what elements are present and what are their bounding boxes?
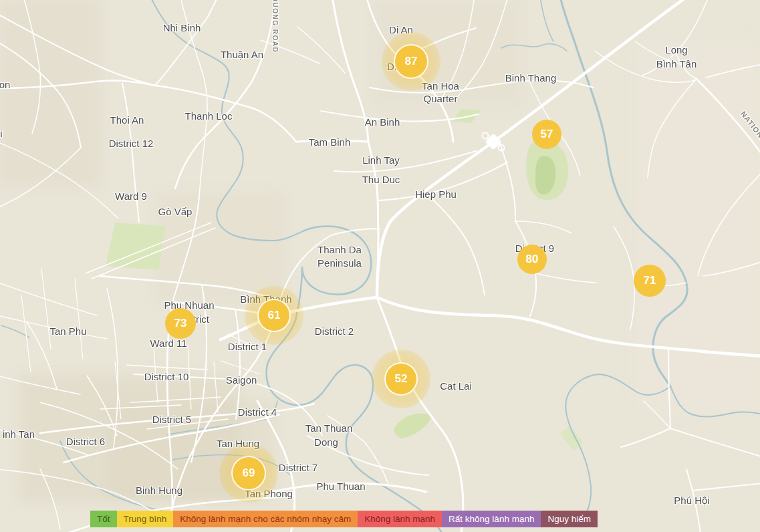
legend-item: Không lành mạnh <box>358 511 442 527</box>
legend-item: Không lành mạnh cho các nhóm nhạy cảm <box>173 511 358 527</box>
aqi-marker[interactable]: 61 <box>259 300 289 331</box>
aqi-marker[interactable]: 73 <box>165 308 196 339</box>
aqi-markers-layer: 8757807173615269 <box>0 0 760 532</box>
aqi-marker[interactable]: 52 <box>386 364 416 394</box>
legend-item: Nguy hiểm <box>541 511 598 527</box>
legend-item: Trung bình <box>117 511 174 527</box>
legend-item: Tốt <box>90 511 117 527</box>
aqi-marker[interactable]: 57 <box>532 120 561 149</box>
air-quality-map: Nhi BinhThuận AnoniThoi AnDistrict 12Tha… <box>0 0 760 532</box>
aqi-marker[interactable]: 87 <box>395 45 427 78</box>
legend-item: Rất không lành mạnh <box>442 511 541 527</box>
aqi-marker[interactable]: 71 <box>634 265 666 297</box>
aqi-legend: TốtTrung bìnhKhông lành mạnh cho các nhó… <box>90 511 598 527</box>
aqi-marker[interactable]: 80 <box>517 245 547 274</box>
aqi-marker[interactable]: 69 <box>233 457 265 489</box>
